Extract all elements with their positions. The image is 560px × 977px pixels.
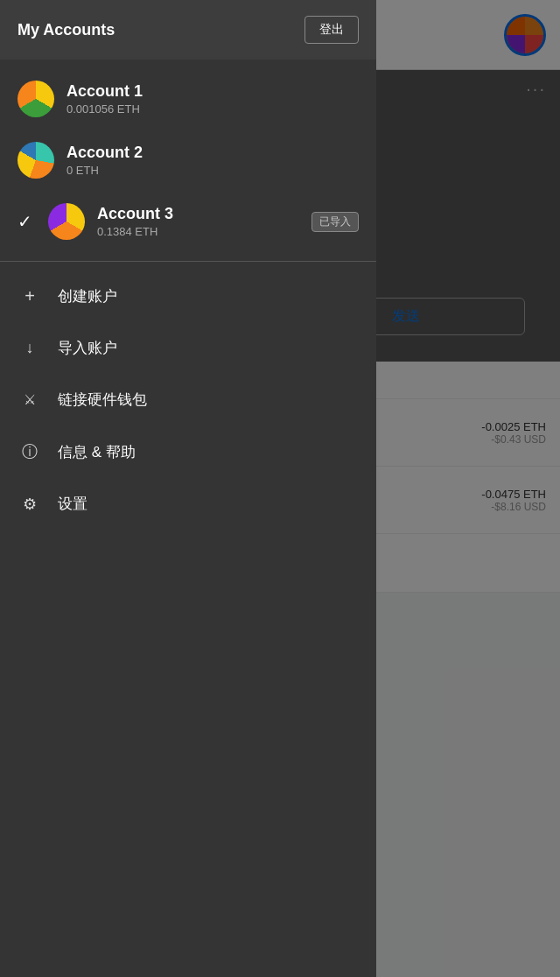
create-account-label: 创建账户: [58, 286, 117, 306]
account-balance-3: 0.1384 ETH: [97, 225, 299, 238]
account-name-1: Account 1: [66, 82, 359, 101]
active-check-icon: ✓: [18, 211, 32, 232]
side-panel: My Accounts 登出 Account 1 0.001056 ETH Ac…: [0, 0, 376, 977]
plus-icon: +: [18, 286, 42, 306]
account-avatar-2: [18, 142, 54, 179]
account-item-2[interactable]: Account 2 0 ETH: [0, 130, 376, 191]
imported-badge: 已导入: [312, 212, 359, 232]
import-icon: ↓: [18, 339, 42, 357]
import-account-label: 导入账户: [58, 338, 117, 358]
info-help-item[interactable]: ⓘ 信息 & 帮助: [0, 425, 376, 478]
account-name-2: Account 2: [66, 144, 359, 162]
settings-item[interactable]: ⚙ 设置: [0, 478, 376, 530]
account-name-3: Account 3: [97, 205, 299, 223]
account-avatar-1: [18, 81, 54, 117]
settings-label: 设置: [58, 494, 88, 514]
account-balance-1: 0.001056 ETH: [66, 102, 359, 116]
account-info-2: Account 2 0 ETH: [66, 144, 359, 177]
info-icon: ⓘ: [18, 441, 42, 462]
account-item-3[interactable]: ✓ Account 3 0.1384 ETH 已导入: [0, 191, 376, 252]
usb-icon: ⚔: [18, 391, 42, 408]
info-help-label: 信息 & 帮助: [58, 442, 136, 462]
connect-hardware-item[interactable]: ⚔ 链接硬件钱包: [0, 374, 376, 425]
create-account-item[interactable]: + 创建账户: [0, 271, 376, 322]
account-item-1[interactable]: Account 1 0.001056 ETH: [0, 68, 376, 130]
menu-items: + 创建账户 ↓ 导入账户 ⚔ 链接硬件钱包 ⓘ 信息 & 帮助 ⚙ 设置: [0, 262, 376, 977]
panel-title: My Accounts: [18, 21, 115, 39]
accounts-list: Account 1 0.001056 ETH Account 2 0 ETH ✓…: [0, 60, 376, 262]
account-info-1: Account 1 0.001056 ETH: [66, 82, 359, 116]
account-avatar-3: [48, 203, 85, 240]
logout-button[interactable]: 登出: [304, 16, 359, 44]
account-balance-2: 0 ETH: [66, 164, 359, 177]
account-info-3: Account 3 0.1384 ETH: [97, 205, 299, 238]
connect-hardware-label: 链接硬件钱包: [58, 390, 147, 410]
import-account-item[interactable]: ↓ 导入账户: [0, 322, 376, 374]
panel-header: My Accounts 登出: [0, 0, 376, 60]
gear-icon: ⚙: [18, 495, 42, 514]
